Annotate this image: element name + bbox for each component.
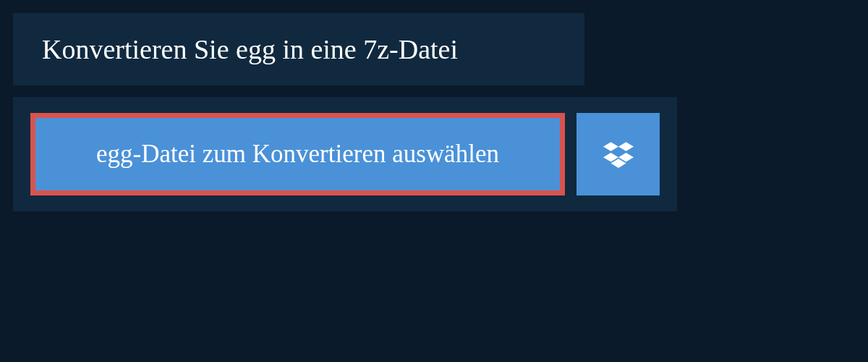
select-file-button[interactable]: egg-Datei zum Konvertieren auswählen (30, 113, 565, 195)
dropbox-icon (603, 139, 634, 169)
dropbox-button[interactable] (576, 113, 660, 195)
upload-section: egg-Datei zum Konvertieren auswählen (13, 97, 677, 211)
header-section: Konvertieren Sie egg in eine 7z-Datei (13, 13, 584, 85)
page-title: Konvertieren Sie egg in eine 7z-Datei (42, 33, 556, 65)
